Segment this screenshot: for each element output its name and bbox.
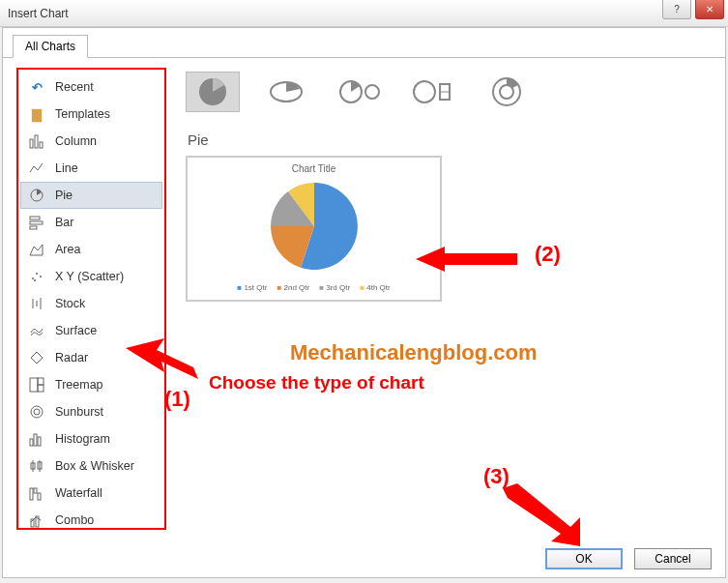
- sidebar-item-label: Box & Whisker: [55, 459, 134, 473]
- sidebar-item-label: Area: [55, 243, 80, 256]
- sidebar-item-label: Sunburst: [55, 405, 103, 419]
- sidebar-item-recent[interactable]: ↶ Recent: [20, 73, 162, 101]
- legend-item: 3rd Qtr: [319, 283, 350, 292]
- sidebar-item-histogram[interactable]: Histogram: [20, 425, 162, 452]
- pie-chart-icon: [256, 178, 372, 275]
- sunburst-icon: [28, 403, 45, 421]
- svg-point-37: [414, 81, 435, 102]
- sidebar-item-label: Histogram: [55, 432, 110, 446]
- chart-type-label: Pie: [186, 130, 712, 156]
- svg-rect-16: [30, 378, 38, 392]
- svg-rect-2: [40, 142, 43, 148]
- sidebar-item-sunburst[interactable]: Sunburst: [20, 398, 162, 425]
- sidebar-item-label: Bar: [55, 216, 73, 229]
- sidebar-item-column[interactable]: Column: [20, 128, 162, 155]
- line-icon: [28, 160, 45, 177]
- svg-point-20: [34, 409, 40, 415]
- sidebar-item-pie[interactable]: Pie: [20, 182, 162, 209]
- tab-all-charts[interactable]: All Charts: [13, 35, 88, 58]
- cancel-button[interactable]: Cancel: [634, 548, 712, 569]
- dialog-body: All Charts ↶ Recent ▇ Templates Column L…: [2, 27, 726, 578]
- sidebar-item-waterfall[interactable]: Waterfall: [20, 480, 162, 507]
- svg-rect-22: [34, 434, 37, 446]
- sidebar-item-label: Column: [55, 134, 97, 148]
- combo-icon: [28, 511, 45, 529]
- scatter-icon: [28, 268, 45, 285]
- svg-point-36: [365, 85, 379, 99]
- area-icon: [28, 241, 45, 258]
- sidebar-item-label: Stock: [55, 297, 85, 310]
- chart-type-sidebar: ↶ Recent ▇ Templates Column Line Pie B: [16, 68, 166, 530]
- sidebar-item-label: Treemap: [55, 378, 103, 392]
- svg-rect-0: [30, 139, 33, 148]
- svg-marker-15: [31, 352, 43, 364]
- dialog-footer: OK Cancel: [545, 548, 712, 569]
- sidebar-item-stock[interactable]: Stock: [20, 290, 162, 317]
- pie-subtype-row: [186, 68, 712, 130]
- svg-point-19: [31, 406, 43, 418]
- bar-icon: [28, 214, 45, 231]
- svg-point-11: [34, 279, 36, 281]
- legend-item: 1st Qtr: [237, 283, 267, 292]
- sidebar-item-templates[interactable]: ▇ Templates: [20, 101, 162, 128]
- svg-rect-21: [30, 439, 33, 446]
- subtype-doughnut[interactable]: [480, 72, 534, 112]
- svg-point-41: [500, 85, 513, 99]
- svg-rect-18: [38, 385, 44, 392]
- tabstrip: All Charts: [3, 28, 725, 57]
- svg-marker-7: [30, 245, 43, 255]
- window-title: Insert Chart: [8, 7, 69, 20]
- sidebar-item-label: Templates: [55, 107, 110, 121]
- sidebar-item-area[interactable]: Area: [20, 236, 162, 263]
- subtype-bar-of-pie[interactable]: [406, 72, 460, 112]
- preview-legend: 1st Qtr 2nd Qtr 3rd Qtr 4th Qtr: [191, 283, 436, 292]
- column-icon: [28, 132, 45, 150]
- radar-icon: [28, 349, 45, 366]
- svg-rect-28: [30, 488, 33, 500]
- waterfall-icon: [28, 484, 45, 502]
- sidebar-item-boxwhisker[interactable]: Box & Whisker: [20, 452, 162, 480]
- subtype-pie-3d[interactable]: [259, 72, 313, 112]
- chart-preview[interactable]: Chart Title 1st Qtr 2nd Qtr 3rd Qtr 4th …: [186, 156, 442, 302]
- svg-rect-29: [34, 488, 37, 493]
- svg-point-8: [32, 277, 34, 279]
- subtype-pie-of-pie[interactable]: [333, 72, 387, 112]
- svg-point-9: [36, 273, 38, 275]
- close-button[interactable]: ✕: [695, 0, 724, 19]
- legend-item: 4th Qtr: [360, 283, 391, 292]
- stock-icon: [28, 295, 45, 312]
- sidebar-item-label: Line: [55, 161, 78, 175]
- sidebar-item-label: X Y (Scatter): [55, 270, 124, 283]
- sidebar-item-scatter[interactable]: X Y (Scatter): [20, 263, 162, 290]
- surface-icon: [28, 322, 45, 339]
- sidebar-item-surface[interactable]: Surface: [20, 317, 162, 344]
- sidebar-item-treemap[interactable]: Treemap: [20, 371, 162, 398]
- legend-item: 2nd Qtr: [277, 283, 309, 292]
- sidebar-item-radar[interactable]: Radar: [20, 344, 162, 371]
- svg-rect-6: [30, 226, 37, 229]
- histogram-icon: [28, 430, 45, 448]
- pie-icon: [28, 187, 45, 204]
- preview-title: Chart Title: [191, 163, 436, 174]
- recent-icon: ↶: [28, 78, 45, 96]
- sidebar-item-label: Combo: [55, 513, 94, 527]
- templates-icon: ▇: [28, 105, 45, 123]
- sidebar-item-label: Pie: [55, 189, 73, 202]
- sidebar-item-label: Radar: [55, 351, 88, 364]
- svg-point-10: [40, 276, 42, 277]
- sidebar-item-combo[interactable]: Combo: [20, 507, 162, 534]
- svg-rect-17: [38, 378, 44, 385]
- subtype-pie[interactable]: [186, 72, 240, 112]
- titlebar: Insert Chart ? ✕: [0, 0, 728, 27]
- sidebar-item-label: Surface: [55, 324, 97, 337]
- ok-button[interactable]: OK: [545, 548, 623, 569]
- sidebar-item-line[interactable]: Line: [20, 155, 162, 182]
- sidebar-item-bar[interactable]: Bar: [20, 209, 162, 236]
- sidebar-item-label: Waterfall: [55, 486, 102, 500]
- svg-rect-23: [38, 437, 41, 446]
- sidebar-item-label: Recent: [55, 80, 94, 94]
- main-panel: Pie Chart Title 1st Qtr 2nd Qtr 3rd Qtr …: [186, 68, 712, 530]
- help-button[interactable]: ?: [662, 0, 691, 19]
- boxwhisker-icon: [28, 457, 45, 475]
- treemap-icon: [28, 376, 45, 394]
